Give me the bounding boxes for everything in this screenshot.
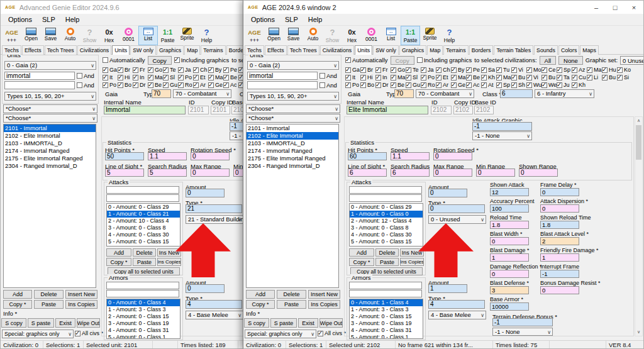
vertical-scrollbar[interactable]: ∧ ∨ — [635, 116, 643, 336]
armor-list-item[interactable]: 5 - Amount: 0 - Class 1 — [107, 334, 180, 339]
unit-delete-button[interactable]: Delete — [34, 290, 64, 299]
unit-list[interactable]: 2101 - Immortal2102 - Elite Immortal2103… — [3, 124, 96, 288]
attack-list-item[interactable]: 2 - Amount: 10 - Class 4 — [107, 218, 180, 224]
civ-checkbox[interactable]: Be — [223, 74, 238, 80]
civ-checkbox[interactable]: Bu — [511, 74, 526, 80]
unit-list-item[interactable]: 2175 - Elite Immortal Ranged — [4, 155, 96, 162]
unit-insert-new-button[interactable]: Insert New — [65, 290, 97, 299]
civ-checkbox[interactable]: Be — [148, 82, 163, 88]
civ-checkbox[interactable]: Az — [572, 67, 587, 73]
line-of-sight-field[interactable]: 6 — [348, 169, 387, 177]
line-of-sight-field[interactable]: 5 — [105, 169, 144, 177]
detail-cell-field[interactable]: 0 — [540, 286, 579, 294]
unit-list-item[interactable]: 2102 - Elite Immortal — [247, 132, 338, 140]
choose-dropdown-2[interactable]: *Choose* — [3, 114, 97, 123]
unit-copy-button[interactable]: Copy * — [246, 300, 275, 309]
idle-attack-graphic-dropdown[interactable]: -1 - None — [472, 131, 532, 140]
civ-checkbox[interactable]: Pe — [466, 67, 481, 73]
none-button[interactable]: None — [558, 56, 583, 65]
civ-checkbox[interactable]: Ac — [223, 82, 238, 88]
attack-list-item[interactable]: 4 - Amount: 0 - Class 30 — [350, 231, 423, 238]
armor-filter-input-2[interactable] — [106, 290, 179, 297]
armor-amount-field[interactable]: 0 — [186, 284, 225, 293]
rotation-speed-field[interactable]: 0 — [433, 152, 472, 160]
civ-checkbox[interactable]: Ta — [557, 74, 572, 80]
civ-checkbox[interactable]: Bu — [541, 74, 557, 80]
civ-checkbox[interactable]: Dr — [375, 82, 391, 88]
civilization-dropdown[interactable]: 0 - Gaia (2) — [247, 61, 339, 70]
civ-checkbox[interactable]: Ma — [496, 74, 511, 80]
idle-attack-graphic-field[interactable]: -1 — [472, 122, 532, 131]
save-button[interactable]: Save — [41, 26, 60, 45]
armor-list-item[interactable]: 0 - Amount: 0 - Class 4 — [107, 299, 180, 306]
armor-list-item[interactable]: 4 - Amount: 0 - Class 31 — [350, 327, 423, 334]
tab-civilizations[interactable]: Civilizations — [320, 45, 354, 55]
tab-units[interactable]: Units — [355, 45, 372, 55]
armor-amount-field[interactable]: 1 — [428, 284, 467, 293]
civ-checkbox[interactable]: Ge — [208, 82, 223, 88]
scroll-up-icon[interactable]: ∧ — [635, 117, 642, 125]
type-dropdown[interactable]: 70 - Combatant — [416, 89, 474, 98]
automatically-checkbox[interactable]: Automatically — [345, 57, 388, 64]
unit-add-button[interactable]: Add — [246, 290, 275, 299]
civ-checkbox[interactable]: Ro — [178, 82, 193, 88]
attack-list-item[interactable]: 3 - Amount: 0 - Class 8 — [107, 224, 180, 231]
attack-filter-input-1[interactable] — [106, 186, 179, 194]
civ-checkbox[interactable]: Cu — [572, 74, 587, 80]
choose-dropdown-1[interactable]: *Choose* — [3, 104, 97, 113]
unit-copy-button[interactable]: Copy * — [3, 300, 32, 309]
menu-help[interactable]: Help — [303, 14, 328, 26]
armor-type-field[interactable]: 4 — [186, 300, 242, 309]
unit-list-item[interactable]: 2174 - Immortal Ranged — [247, 147, 338, 155]
paste-mode-button[interactable]: 1:1 Paste — [158, 26, 177, 45]
s-copy-button[interactable]: S copy — [244, 318, 269, 328]
civ-checkbox[interactable]: Sl — [406, 74, 421, 80]
auto-button[interactable]: Auto — [60, 26, 80, 45]
civ-checkbox[interactable]: Bo — [360, 82, 375, 88]
attack-paste-button[interactable]: Paste — [375, 258, 399, 266]
unit-list-item[interactable]: 2101 - Immortal — [247, 125, 338, 132]
armor-type-field[interactable]: 4 — [428, 300, 485, 309]
menu-slp[interactable]: SLP — [37, 14, 60, 26]
unit-filter-input-2[interactable] — [4, 81, 75, 89]
graphic-set-dropdown[interactable]: 0 Unused — [620, 56, 644, 65]
detail-cell-field[interactable]: 0 — [490, 270, 529, 278]
civ-checkbox[interactable]: Br — [118, 67, 133, 73]
wipe-out-button[interactable]: Wipe Out — [77, 318, 100, 328]
type-field[interactable]: 70 — [394, 89, 414, 98]
all-button[interactable]: All — [540, 56, 557, 65]
scroll-down-icon[interactable]: ∨ — [635, 328, 642, 336]
civ-checkbox[interactable]: Vi — [511, 67, 526, 73]
civ-checkbox[interactable]: Ma — [208, 74, 223, 80]
all-civs-checkbox[interactable]: All civs * — [318, 330, 346, 336]
detail-cell-field[interactable]: 0 — [540, 188, 579, 196]
civ-checkbox[interactable]: Ma — [391, 74, 406, 80]
civ-checkbox[interactable]: Gu — [406, 82, 421, 88]
help-button[interactable]: ? Help — [440, 26, 459, 45]
armors-list[interactable]: 0 - Amount: 0 - Class 41 - Amount: 3 - C… — [106, 299, 180, 339]
civ-checkbox[interactable]: Ar — [193, 82, 208, 88]
civ-checkbox[interactable]: Fr — [375, 67, 391, 73]
civ-checkbox[interactable]: Gu — [163, 82, 178, 88]
unit-list-item[interactable]: 2103 - IMMORTAL_D — [247, 140, 338, 147]
civ-checkbox[interactable]: Sh — [511, 82, 526, 88]
open-button[interactable]: Open — [21, 26, 41, 45]
exist-button[interactable]: Exist — [55, 318, 75, 328]
age-logo[interactable]: AGE +++ — [2, 26, 21, 45]
internal-name-field[interactable]: Elite Immortal — [347, 106, 428, 114]
civ-checkbox[interactable]: Be — [466, 74, 481, 80]
attack-paste-button[interactable]: Paste — [133, 258, 156, 266]
civ-checkbox[interactable]: Ja — [178, 67, 193, 73]
tab-techs[interactable]: Techs — [245, 45, 264, 55]
civ-checkbox[interactable]: Ga — [103, 67, 118, 73]
hit-points-field[interactable]: 60 — [348, 152, 387, 160]
choose-dropdown-1[interactable]: *Choose* — [246, 104, 340, 113]
attack-filter-input-1[interactable] — [349, 186, 422, 194]
detail-cell-field[interactable]: 3 — [490, 286, 529, 294]
civ-checkbox[interactable]: Hi — [118, 74, 133, 80]
spiral-0001-button[interactable]: 0001 — [119, 26, 138, 45]
min-range-field[interactable]: 0 — [476, 169, 515, 177]
civ-checkbox[interactable]: Sp — [557, 67, 572, 73]
detail-cell-field[interactable]: 1.8 — [490, 221, 529, 229]
civ-checkbox[interactable]: Vi — [526, 74, 541, 80]
